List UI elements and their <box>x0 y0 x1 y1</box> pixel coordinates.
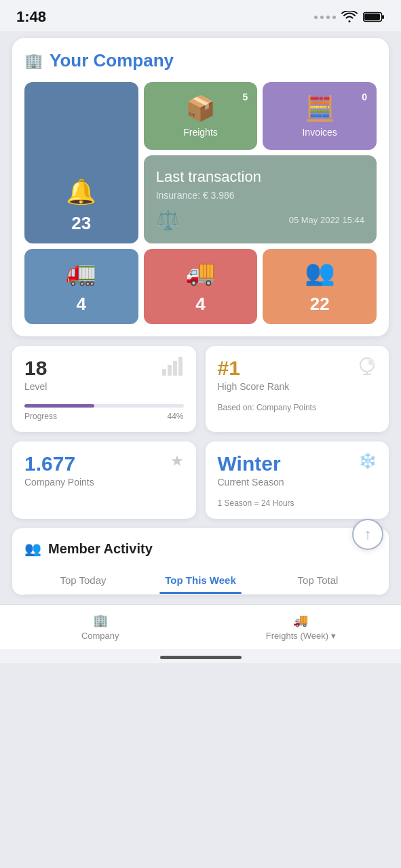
season-info: Winter Current Season <box>218 452 284 494</box>
season-value: Winter <box>218 452 284 475</box>
truck2-icon: 🚚 <box>185 258 216 287</box>
rank-label: High Score Rank <box>218 381 290 392</box>
tab-top-today[interactable]: Top Today <box>24 568 142 594</box>
svg-rect-5 <box>173 361 177 376</box>
season-card: Winter Current Season ❄️ 1 Season = 24 H… <box>206 441 389 519</box>
level-value: 18 <box>24 357 47 380</box>
svg-rect-1 <box>382 15 384 19</box>
company-nav-icon: 🏢 <box>93 613 108 628</box>
status-time: 1:48 <box>16 8 46 26</box>
progress-label: Progress <box>24 412 57 421</box>
truck2-count: 4 <box>195 294 205 315</box>
level-label: Level <box>24 381 47 392</box>
rank-header: #1 High Score Rank <box>218 357 377 399</box>
points-value: 1.677 <box>24 452 94 475</box>
invoices-label: Invoices <box>302 127 337 138</box>
season-header: Winter Current Season ❄️ <box>218 452 377 494</box>
company-title: Your Company <box>50 50 174 71</box>
progress-bar-fill <box>24 404 94 408</box>
level-header: 18 Level <box>24 357 184 399</box>
people-count: 22 <box>310 294 330 315</box>
invoices-count: 0 <box>362 92 367 102</box>
member-activity-icon: 👥 <box>24 540 41 557</box>
trophy-icon <box>358 357 377 380</box>
star-icon: ★ <box>170 452 184 470</box>
tabs-row: Top Today Top This Week Top Total <box>24 568 377 595</box>
bottom-nav-freights[interactable]: 🚚 Freights (Week) ▾ <box>201 613 402 641</box>
freights-icon: 📦 <box>185 94 216 123</box>
rank-info: #1 High Score Rank <box>218 357 290 399</box>
rank-card: #1 High Score Rank Based on: Company Poi… <box>206 346 389 432</box>
level-card: 18 Level Progress 44% <box>12 346 196 432</box>
tab-top-total[interactable]: Top Total <box>259 568 377 594</box>
wifi-icon <box>341 11 358 23</box>
scroll-up-fab[interactable]: ↑ <box>352 519 383 550</box>
progress-footer: Progress 44% <box>24 412 184 421</box>
dashboard-grid: 🔔 23 📦 Freights 5 🧮 Invoices 0 Last tran… <box>24 82 377 324</box>
level-info: 18 Level <box>24 357 47 399</box>
battery-icon <box>363 11 385 23</box>
transaction-title: Last transaction <box>156 168 364 186</box>
bell-icon: 🔔 <box>66 178 96 206</box>
bottom-nav-company[interactable]: 🏢 Company <box>0 613 201 641</box>
bottom-nav: 🏢 Company 🚚 Freights (Week) ▾ <box>0 604 401 649</box>
transaction-footer: ⚖️ 05 May 2022 15:44 <box>156 209 364 231</box>
tile-truck1[interactable]: 🚛 4 <box>24 249 138 324</box>
signal-dots-icon <box>314 16 336 19</box>
member-activity-title: Member Activity <box>48 541 153 557</box>
tile-freights[interactable]: 📦 Freights 5 <box>144 82 258 150</box>
status-icons <box>314 11 385 23</box>
freights-label: Freights <box>183 127 218 138</box>
tab-top-this-week[interactable]: Top This Week <box>142 568 259 594</box>
svg-rect-3 <box>162 369 166 376</box>
transaction-sub: Insurance: € 3.986 <box>156 190 364 201</box>
rank-value: #1 <box>218 357 290 380</box>
bars-chart-icon <box>162 357 184 380</box>
member-activity-header: 👥 Member Activity <box>24 540 377 557</box>
home-bar-line <box>160 656 242 659</box>
company-building-icon: 🏢 <box>24 52 43 70</box>
arrow-up-icon: ↑ <box>364 526 372 543</box>
season-sub: 1 Season = 24 Hours <box>218 498 377 508</box>
tile-transaction[interactable]: Last transaction Insurance: € 3.986 ⚖️ 0… <box>144 155 377 243</box>
people-icon: 👥 <box>305 258 335 287</box>
transaction-date: 05 May 2022 15:44 <box>289 215 364 225</box>
tile-truck2[interactable]: 🚚 4 <box>144 249 258 324</box>
progress-bar-bg <box>24 404 184 408</box>
freights-nav-label: Freights (Week) ▾ <box>266 631 336 641</box>
home-bar <box>0 649 401 663</box>
freights-count: 5 <box>243 92 248 102</box>
member-activity-section: 👥 Member Activity Top Today Top This Wee… <box>12 528 389 595</box>
svg-rect-2 <box>364 14 380 20</box>
season-label: Current Season <box>218 477 284 488</box>
progress-pct: 44% <box>167 412 183 421</box>
points-info: 1.677 Company Points <box>24 452 94 494</box>
tile-invoices[interactable]: 🧮 Invoices 0 <box>263 82 377 150</box>
company-header: 🏢 Your Company <box>24 50 377 71</box>
rank-based-on: Based on: Company Points <box>218 403 377 412</box>
tile-people[interactable]: 👥 22 <box>263 249 377 324</box>
balance-icon: ⚖️ <box>156 209 180 231</box>
snowflake-icon: ❄️ <box>358 452 377 470</box>
bell-count: 23 <box>71 213 91 234</box>
main-card: 🏢 Your Company 🔔 23 📦 Freights 5 🧮 Invoi… <box>12 38 389 336</box>
truck1-count: 4 <box>77 294 86 315</box>
svg-rect-6 <box>178 357 183 376</box>
truck1-icon: 🚛 <box>66 258 96 287</box>
status-bar: 1:48 <box>0 0 401 31</box>
stats-row: 18 Level Progress 44% #1 <box>12 346 389 519</box>
points-header: 1.677 Company Points ★ <box>24 452 184 494</box>
points-card: 1.677 Company Points ★ <box>12 441 196 519</box>
invoices-icon: 🧮 <box>305 94 335 123</box>
company-nav-label: Company <box>81 631 119 641</box>
tile-bell[interactable]: 🔔 23 <box>24 82 138 243</box>
points-label: Company Points <box>24 477 94 488</box>
freights-nav-icon: 🚚 <box>293 613 308 628</box>
svg-rect-4 <box>168 365 172 376</box>
